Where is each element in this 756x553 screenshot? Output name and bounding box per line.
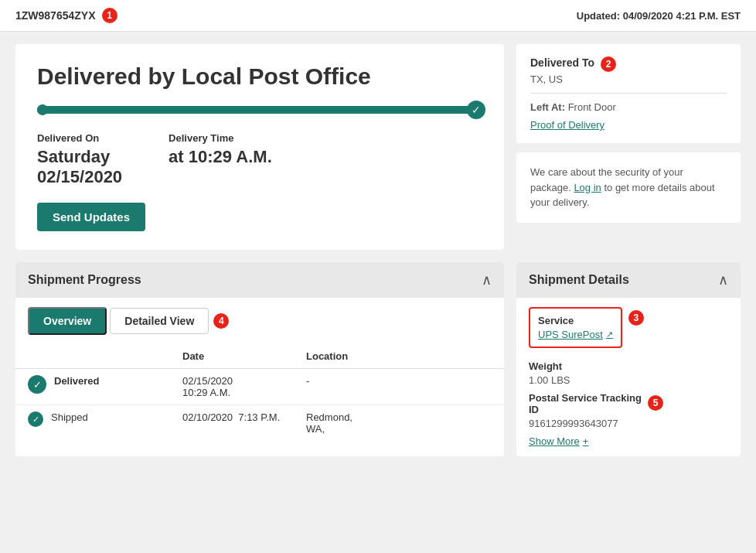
delivered-check-icon: ✓ [28, 375, 46, 394]
tabs-badge-wrap: Detailed View 4 [110, 308, 229, 334]
delivery-info-row: Delivered On Saturday 02/15/2020 Deliver… [37, 132, 482, 187]
service-label: Service [538, 315, 613, 326]
service-link[interactable]: UPS SurePost ↗ [538, 329, 613, 340]
left-at-section: Left At: Front Door [530, 101, 727, 113]
badge-4: 4 [213, 313, 229, 329]
shipped-check-icon: ✓ [28, 411, 43, 427]
shipment-progress-header: Shipment Progress ∧ [15, 262, 504, 298]
badge-1: 1 [102, 8, 117, 23]
delivered-to-card: Delivered To 2 TX, US Left At: Front Doo… [516, 44, 741, 143]
weight-value: 1.00 LBS [529, 374, 728, 386]
delivered-on-col: Delivered On Saturday 02/15/2020 [37, 132, 122, 187]
delivery-time-col: Delivery Time at 10:29 A.M. [169, 132, 272, 187]
proof-of-delivery-link[interactable]: Proof of Delivery [530, 119, 727, 131]
tab-detailed-view[interactable]: Detailed View [110, 308, 209, 334]
postal-label-text: Postal Service Tracking [529, 392, 642, 404]
badge-2: 2 [601, 56, 616, 72]
col-status [15, 344, 170, 369]
delivery-card: Delivered by Local Post Office ✓ Deliver… [15, 44, 504, 250]
col-date: Date [170, 344, 294, 369]
badge-5: 5 [648, 395, 663, 411]
progress-table: Date Location ✓ Delivered 02/15/2020 1 [15, 344, 504, 441]
progress-fill [37, 106, 482, 114]
col-location: Location [294, 344, 504, 369]
external-link-icon: ↗ [606, 329, 613, 340]
security-card: We care about the security of your packa… [516, 152, 741, 223]
weight-label: Weight [529, 360, 728, 372]
delivered-on-label: Delivered On [37, 132, 122, 144]
right-panel: Delivered To 2 TX, US Left At: Front Doo… [516, 44, 741, 250]
updated-label: Updated: [577, 10, 620, 22]
shipment-progress-card: Shipment Progress ∧ Overview Detailed Vi… [15, 262, 504, 456]
delivered-to-value: TX, US [530, 73, 727, 85]
progress-bar-wrap: ✓ [37, 106, 482, 114]
status-shipped: Shipped [51, 411, 88, 423]
shipment-details-title: Shipment Details [529, 273, 629, 287]
delivered-date-line2: 02/15/2020 [37, 167, 122, 187]
location-cell-shipped: Redmond, WA, [294, 405, 504, 442]
left-at-label: Left At: [530, 101, 565, 113]
main-content: Delivered by Local Post Office ✓ Deliver… [0, 32, 756, 262]
top-bar: 1ZW987654ZYX 1 Updated: 04/09/2020 4:21 … [0, 0, 756, 32]
security-text: We care about the security of your packa… [530, 165, 727, 210]
login-link[interactable]: Log in [574, 182, 601, 193]
status-cell-shipped: ✓ Shipped [15, 405, 170, 442]
updated-value: 04/09/2020 4:21 P.M. EST [623, 10, 741, 22]
delivered-date-line1: Saturday [37, 147, 122, 167]
divider [530, 93, 727, 94]
progress-check-icon: ✓ [467, 101, 485, 119]
shipment-details-card: Shipment Details ∧ Service UPS SurePost … [516, 262, 741, 456]
updated-text: Updated: 04/09/2020 4:21 P.M. EST [577, 10, 741, 22]
delivered-time-1: 10:29 A.M. [182, 387, 281, 398]
delivery-time-label: Delivery Time [169, 132, 272, 144]
location-state: WA, [306, 423, 492, 435]
shipment-progress-title: Shipment Progress [28, 273, 141, 287]
shipment-details-header: Shipment Details ∧ [516, 262, 741, 298]
progress-track [37, 106, 482, 114]
progress-start-dot [37, 104, 48, 115]
delivered-to-row: Delivered To 2 [530, 56, 727, 72]
tracking-number: 1ZW987654ZYX [15, 9, 96, 22]
table-row: ✓ Shipped 02/10/2020 7:13 P.M. Redmond, … [15, 405, 504, 442]
delivery-time-value: at 10:29 A.M. [169, 147, 272, 167]
postal-value: 9161299993643077 [529, 418, 642, 429]
service-box: Service UPS SurePost ↗ [529, 307, 622, 348]
status-cell: ✓ Delivered [15, 369, 170, 405]
left-panel: Delivered by Local Post Office ✓ Deliver… [15, 44, 504, 250]
service-section: Service UPS SurePost ↗ 3 Weight 1.00 LBS… [516, 298, 741, 456]
service-value: UPS SurePost [538, 329, 603, 340]
tab-overview[interactable]: Overview [28, 307, 107, 335]
chevron-up-icon: ∧ [482, 271, 492, 288]
delivered-date: Saturday 02/15/2020 [37, 147, 122, 187]
show-more-label: Show More [529, 435, 580, 447]
shipment-details-chevron: ∧ [718, 271, 728, 288]
show-more-icon: + [583, 435, 589, 447]
tracking-number-wrap: 1ZW987654ZYX 1 [15, 8, 117, 23]
postal-label: Postal Service Tracking ID [529, 392, 642, 415]
date-cell: 02/15/2020 10:29 A.M. [170, 369, 294, 405]
badge-3: 3 [628, 310, 644, 326]
send-updates-button[interactable]: Send Updates [37, 203, 145, 231]
delivered-to-title: Delivered To [530, 56, 594, 69]
table-row: ✓ Delivered 02/15/2020 10:29 A.M. - [15, 369, 504, 405]
left-at-value: Front Door [568, 101, 616, 113]
tabs-row: Overview Detailed View 4 [15, 298, 504, 335]
location-cell: - [294, 369, 504, 405]
date-cell-shipped: 02/10/2020 7:13 P.M. [170, 405, 294, 442]
bottom-section: Shipment Progress ∧ Overview Detailed Vi… [0, 262, 756, 472]
show-more-link[interactable]: Show More + [529, 435, 728, 447]
status-delivered: Delivered [54, 375, 100, 387]
location-city: Redmond, [306, 411, 492, 423]
delivered-date-1: 02/15/2020 [182, 375, 281, 387]
delivery-title: Delivered by Local Post Office [37, 63, 482, 90]
postal-label-id: ID [529, 404, 539, 415]
